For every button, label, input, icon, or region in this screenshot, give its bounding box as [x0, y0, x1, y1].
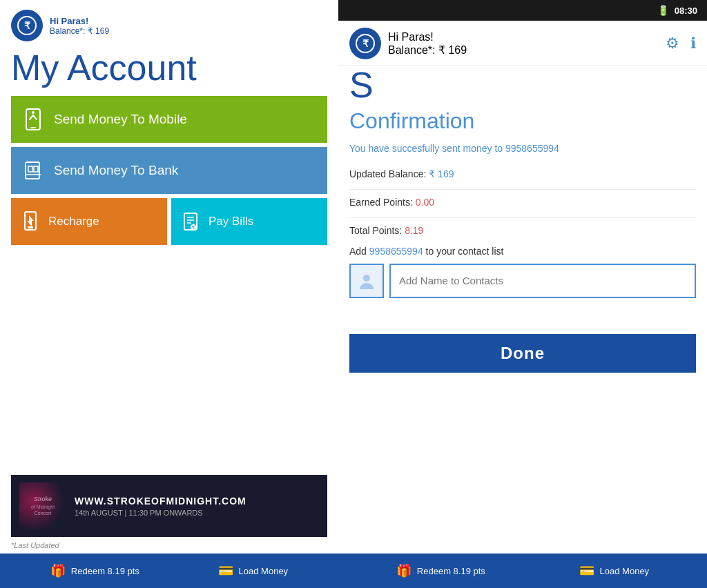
right-header: ₹ Hi Paras! Balance*: ₹ 169 ⚙ ℹ [338, 21, 707, 66]
contact-suffix: to your contact list [423, 246, 504, 257]
app-logo-left: ₹ [11, 10, 43, 41]
total-points-value: 8.19 [405, 225, 423, 236]
bills-icon: ₹ [180, 210, 202, 233]
svg-text:₹: ₹ [192, 226, 195, 230]
battery-icon: 🔋 [657, 5, 669, 16]
contact-name-input[interactable] [389, 264, 696, 298]
recharge-label: Recharge [48, 215, 99, 228]
svg-text:₹: ₹ [362, 38, 369, 49]
left-header-text: Hi Paras! Balance*: ₹ 169 [50, 16, 109, 36]
contact-phone: 9958655994 [369, 246, 423, 257]
promo-image: Stroke of Midnight Concert [19, 482, 66, 529]
send-money-bank-button[interactable]: Send Money To Bank [11, 147, 327, 194]
settings-icon[interactable]: ⚙ [666, 35, 679, 52]
gift-icon-left: 🎁 [50, 563, 66, 578]
left-panel: ₹ Hi Paras! Balance*: ₹ 169 My Account S… [0, 0, 338, 588]
updated-balance-value: ₹ 169 [429, 168, 454, 179]
updated-balance-label: Updated Balance: [349, 168, 429, 179]
svg-rect-10 [28, 226, 33, 228]
header-icons: ⚙ ℹ [666, 35, 696, 52]
promo-banner[interactable]: Stroke of Midnight Concert WWW.STROKEOFM… [11, 475, 327, 537]
send-bank-label: Send Money To Bank [54, 163, 178, 178]
confirmation-body: You have succesfully sent money to 99586… [338, 142, 707, 323]
success-message: You have succesfully sent money to 99586… [349, 142, 696, 156]
left-menu-buttons: Send Money To Mobile Send Money To Bank [0, 96, 338, 471]
pay-bills-label: Pay Bills [209, 215, 253, 228]
redeem-label-right: Redeem 8.19 pts [417, 566, 485, 576]
redeem-button-right[interactable]: 🎁 Redeem 8.19 pts [396, 563, 485, 578]
wallet-icon-left: 💳 [218, 563, 233, 578]
last-updated-text: *Last Updated [0, 537, 338, 553]
confirmation-title: Confirmation [338, 108, 707, 142]
pay-bills-button[interactable]: ₹ Pay Bills [171, 198, 327, 245]
mobile-icon [22, 108, 44, 130]
load-money-label-left: Load Money [239, 566, 289, 576]
svg-rect-6 [28, 166, 32, 172]
right-greeting: Hi Paras! [388, 31, 659, 43]
right-footer: 🎁 Redeem 8.19 pts 💳 Load Money [338, 553, 707, 588]
svg-point-4 [32, 111, 35, 114]
left-header: ₹ Hi Paras! Balance*: ₹ 169 [0, 0, 338, 48]
svg-point-19 [363, 275, 370, 282]
promo-text: WWW.STROKEOFMIDNIGHT.COM 14th AUGUST | 1… [75, 496, 246, 517]
recharge-icon [19, 210, 41, 233]
contact-section: Add 9958655994 to your contact list [349, 246, 696, 298]
gift-icon-right: 🎁 [396, 563, 411, 578]
recharge-button[interactable]: Recharge [11, 198, 167, 245]
updated-balance-row: Updated Balance: ₹ 169 [349, 168, 696, 179]
app-logo-right: ₹ [349, 28, 381, 59]
redeem-button-left[interactable]: 🎁 Redeem 8.19 pts [50, 563, 139, 578]
redeem-label-left: Redeem 8.19 pts [71, 566, 139, 576]
send-mobile-label: Send Money To Mobile [54, 112, 187, 127]
status-bar: 🔋 08:30 [338, 0, 707, 21]
total-points-row: Total Points: 8.19 [349, 225, 696, 236]
right-balance: Balance*: ₹ 169 [388, 43, 659, 57]
clock: 08:30 [675, 6, 697, 16]
contact-prefix: Add [349, 246, 369, 257]
bottom-buttons-row: Recharge ₹ Pay Bills [11, 198, 327, 245]
divider-1 [349, 189, 696, 190]
earned-points-value: 0.00 [416, 197, 434, 208]
svg-rect-7 [34, 166, 38, 172]
load-money-button-left[interactable]: 💳 Load Money [218, 563, 289, 578]
contact-avatar-box [349, 264, 384, 298]
load-money-label-right: Load Money [600, 566, 650, 576]
send-money-mobile-button[interactable]: Send Money To Mobile [11, 96, 327, 143]
left-balance: Balance*: ₹ 169 [50, 26, 109, 36]
bank-icon [22, 159, 44, 182]
promo-url: WWW.STROKEOFMIDNIGHT.COM [75, 496, 246, 507]
left-page-title: My Account [0, 48, 338, 96]
right-header-text: Hi Paras! Balance*: ₹ 169 [388, 31, 659, 57]
info-icon[interactable]: ℹ [690, 35, 696, 52]
contact-input-row [349, 264, 696, 298]
load-money-button-right[interactable]: 💳 Load Money [579, 563, 650, 578]
left-footer: 🎁 Redeem 8.19 pts 💳 Load Money [0, 553, 338, 588]
right-body: You have succesfully sent money to 99586… [338, 142, 707, 553]
done-button[interactable]: Done [349, 334, 696, 373]
earned-points-row: Earned Points: 0.00 [349, 197, 696, 208]
wallet-icon-right: 💳 [579, 563, 594, 578]
left-greeting: Hi Paras! [50, 16, 109, 26]
earned-points-label: Earned Points: [349, 197, 416, 208]
promo-date: 14th AUGUST | 11:30 PM ONWARDS [75, 509, 246, 517]
contact-add-label: Add 9958655994 to your contact list [349, 246, 696, 257]
right-panel: 🔋 08:30 ₹ Hi Paras! Balance*: ₹ 169 ⚙ ℹ … [338, 0, 707, 588]
total-points-label: Total Points: [349, 225, 405, 236]
right-partial-title: S [338, 66, 707, 108]
divider-2 [349, 217, 696, 218]
svg-text:₹: ₹ [24, 20, 30, 31]
